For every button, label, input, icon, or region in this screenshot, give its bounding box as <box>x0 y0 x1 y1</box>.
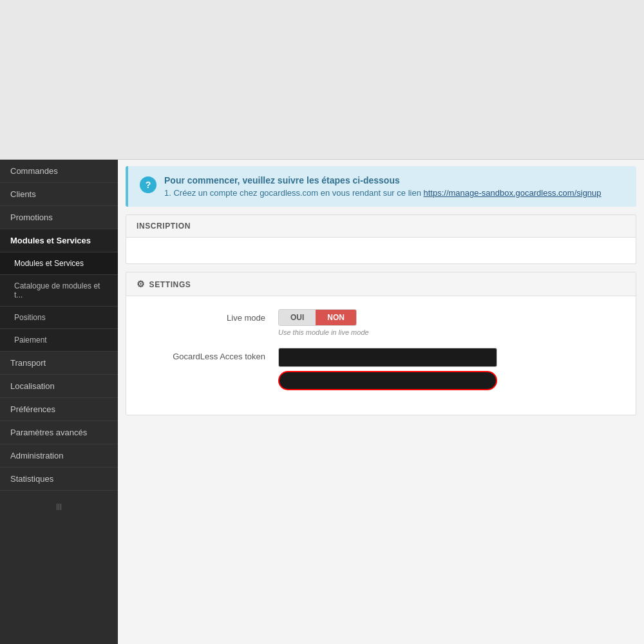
sidebar-item-localisation[interactable]: Localisation <box>0 375 118 398</box>
sidebar: Commandes Clients Promotions Modules et … <box>0 160 118 644</box>
live-mode-control: OUI NON Use this module in live mode <box>278 309 625 336</box>
sidebar-item-commandes[interactable]: Commandes <box>0 160 118 183</box>
token-input-primary[interactable] <box>278 348 497 367</box>
inscription-panel: INSCRIPTION <box>126 214 636 264</box>
sidebar-item-promotions[interactable]: Promotions <box>0 206 118 229</box>
sidebar-item-preferences[interactable]: Préférences <box>0 398 118 421</box>
sidebar-bottom-icon: ||| <box>0 497 118 515</box>
settings-panel-body: Live mode OUI NON Use this module in liv… <box>126 296 636 415</box>
live-mode-label: Live mode <box>137 309 265 323</box>
gear-icon: ⚙ <box>137 279 146 289</box>
info-title: Pour commencer, veuillez suivre les étap… <box>164 175 601 185</box>
info-banner: ? Pour commencer, veuillez suivre les ét… <box>126 166 636 207</box>
inscription-panel-header: INSCRIPTION <box>126 215 636 238</box>
sidebar-item-statistiques[interactable]: Statistiques <box>0 468 118 491</box>
sidebar-item-clients[interactable]: Clients <box>0 183 118 206</box>
content-area: ? Pour commencer, veuillez suivre les ét… <box>118 160 644 644</box>
sidebar-item-paiement[interactable]: Paiement <box>0 329 118 352</box>
sidebar-item-modules[interactable]: Modules et Services <box>0 229 118 252</box>
info-step1: 1. Créez un compte chez gocardless.com e… <box>164 188 601 198</box>
signup-link[interactable]: https://manage-sandbox.gocardless.com/si… <box>424 188 601 198</box>
token-row: GocardLess Acces token <box>137 348 625 390</box>
token-input-secondary[interactable] <box>278 371 497 390</box>
sidebar-item-modules-sub[interactable]: Modules et Services <box>0 252 118 275</box>
info-icon: ? <box>140 176 156 193</box>
live-mode-hint: Use this module in live mode <box>278 328 625 336</box>
sidebar-item-transport[interactable]: Transport <box>0 352 118 375</box>
sidebar-item-administration[interactable]: Administration <box>0 444 118 468</box>
sidebar-item-positions[interactable]: Positions <box>0 307 118 329</box>
top-area <box>0 0 644 160</box>
sidebar-item-catalogue[interactable]: Catalogue de modules et t... <box>0 275 118 307</box>
token-control <box>278 348 625 390</box>
live-mode-row: Live mode OUI NON Use this module in liv… <box>137 309 625 336</box>
token-label: GocardLess Acces token <box>137 348 265 361</box>
token-container <box>278 348 625 390</box>
sidebar-item-parametres-avances[interactable]: Paramètres avancés <box>0 421 118 444</box>
live-mode-oui-button[interactable]: OUI <box>279 310 316 325</box>
settings-panel: ⚙SETTINGS Live mode OUI NON Use this mod… <box>126 272 636 415</box>
info-text: Pour commencer, veuillez suivre les étap… <box>164 175 601 198</box>
live-mode-non-button[interactable]: NON <box>316 310 356 325</box>
settings-panel-header: ⚙SETTINGS <box>126 272 636 296</box>
live-mode-toggle: OUI NON <box>278 309 357 326</box>
inscription-panel-body <box>126 238 636 263</box>
main-layout: Commandes Clients Promotions Modules et … <box>0 160 644 644</box>
